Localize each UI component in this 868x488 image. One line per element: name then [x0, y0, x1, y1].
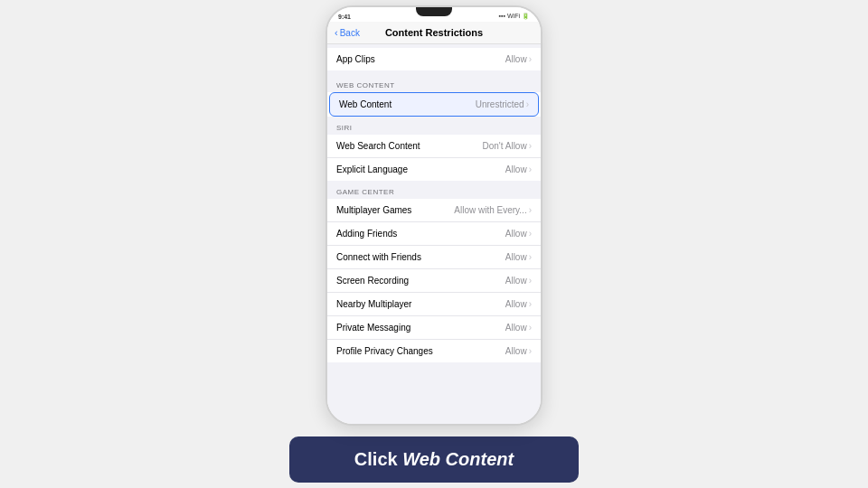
game-center-group: Multiplayer Games Allow with Every... › …	[327, 199, 541, 362]
chevron-right-icon: ›	[529, 141, 532, 151]
chevron-right-icon: ›	[529, 54, 532, 64]
item-value-text: Allow	[505, 164, 527, 174]
chevron-right-icon: ›	[529, 276, 532, 286]
phone-wrapper: 9:41 ▪▪▪ WiFi 🔋 ‹ Back Content Restricti…	[289, 5, 579, 483]
chevron-right-icon: ›	[529, 164, 532, 174]
item-label: Nearby Multiplayer	[336, 299, 411, 309]
cta-banner[interactable]: Click Web Content	[289, 436, 579, 483]
phone-frame: 9:41 ▪▪▪ WiFi 🔋 ‹ Back Content Restricti…	[326, 5, 542, 426]
chevron-right-icon: ›	[529, 205, 532, 215]
item-value: Allow ›	[505, 323, 532, 333]
cta-text-before: Click	[354, 449, 402, 469]
chevron-right-icon: ›	[529, 299, 532, 309]
item-value: Allow ›	[505, 164, 532, 174]
signal-icon: ▪▪▪	[499, 13, 505, 20]
web-search-content-item[interactable]: Web Search Content Don't Allow ›	[327, 135, 541, 158]
item-value-text: Allow	[505, 54, 527, 64]
item-label: Web Search Content	[336, 141, 420, 151]
web-content-group: Web Content Unrestricted ›	[327, 92, 541, 117]
connect-with-friends-item[interactable]: Connect with Friends Allow ›	[327, 246, 541, 269]
item-label: Private Messaging	[336, 323, 410, 333]
item-value: Allow ›	[505, 299, 532, 309]
screen-recording-item[interactable]: Screen Recording Allow ›	[327, 269, 541, 293]
item-value: Allow ›	[505, 229, 532, 239]
status-time: 9:41	[338, 14, 351, 20]
page-title: Content Restrictions	[385, 27, 483, 38]
cta-text-italic: Web Content	[402, 449, 514, 469]
item-label: Connect with Friends	[336, 252, 421, 262]
section-siri: SIRI Web Search Content Don't Allow › Ex…	[327, 117, 541, 181]
item-value-text: Unrestricted	[476, 99, 524, 109]
item-value-text: Allow	[505, 252, 527, 262]
item-label: Adding Friends	[336, 229, 397, 239]
private-messaging-item[interactable]: Private Messaging Allow ›	[327, 316, 541, 340]
profile-privacy-item[interactable]: Profile Privacy Changes Allow ›	[327, 340, 541, 362]
multiplayer-games-item[interactable]: Multiplayer Games Allow with Every... ›	[327, 199, 541, 222]
section-header-web: WEB CONTENT	[327, 74, 541, 92]
item-value: Don't Allow ›	[483, 141, 533, 151]
back-label: Back	[340, 28, 360, 38]
item-value-text: Allow	[505, 299, 527, 309]
section-header-game-center: GAME CENTER	[327, 181, 541, 199]
section-app-clips: App Clips Allow ›	[327, 48, 541, 70]
item-value-text: Allow	[505, 323, 527, 333]
wifi-icon: WiFi	[507, 13, 520, 20]
item-label: Explicit Language	[336, 164, 408, 174]
chevron-right-icon: ›	[529, 346, 532, 356]
phone-content: App Clips Allow › WEB CONTENT Web Conten…	[327, 44, 541, 424]
item-value: Allow with Every... ›	[454, 205, 532, 215]
adding-friends-item[interactable]: Adding Friends Allow ›	[327, 222, 541, 246]
item-label: Profile Privacy Changes	[336, 346, 433, 356]
item-value-text: Don't Allow	[483, 141, 527, 151]
navigation-bar: ‹ Back Content Restrictions	[327, 22, 541, 44]
chevron-right-icon: ›	[529, 323, 532, 333]
item-value-text: Allow	[505, 346, 527, 356]
chevron-right-icon: ›	[529, 229, 532, 239]
section-web-content: WEB CONTENT Web Content Unrestricted ›	[327, 74, 541, 117]
item-label: App Clips	[336, 54, 375, 64]
back-chevron-icon: ‹	[335, 27, 338, 38]
item-label: Screen Recording	[336, 276, 409, 286]
phone-notch	[416, 7, 452, 16]
item-value: Allow ›	[505, 54, 532, 64]
chevron-right-icon: ›	[526, 99, 529, 109]
item-value: Allow ›	[505, 346, 532, 356]
battery-icon: 🔋	[522, 13, 530, 20]
item-value: Allow ›	[505, 276, 532, 286]
item-value-text: Allow	[505, 276, 527, 286]
web-content-item[interactable]: Web Content Unrestricted ›	[329, 92, 539, 117]
chevron-right-icon: ›	[529, 252, 532, 262]
section-header-siri: SIRI	[327, 117, 541, 135]
explicit-language-item[interactable]: Explicit Language Allow ›	[327, 158, 541, 181]
item-label: Web Content	[339, 99, 392, 109]
item-value-text: Allow with Every...	[454, 205, 526, 215]
item-label: Multiplayer Games	[336, 205, 411, 215]
siri-group: Web Search Content Don't Allow › Explici…	[327, 135, 541, 181]
item-value: Allow ›	[505, 252, 532, 262]
status-icons: ▪▪▪ WiFi 🔋	[499, 13, 530, 20]
section-game-center: GAME CENTER Multiplayer Games Allow with…	[327, 181, 541, 362]
back-button[interactable]: ‹ Back	[335, 27, 360, 38]
nearby-multiplayer-item[interactable]: Nearby Multiplayer Allow ›	[327, 293, 541, 316]
item-value-text: Allow	[505, 229, 527, 239]
item-value: Unrestricted ›	[476, 99, 529, 109]
app-clips-group: App Clips Allow ›	[327, 48, 541, 70]
list-item[interactable]: App Clips Allow ›	[327, 48, 541, 70]
